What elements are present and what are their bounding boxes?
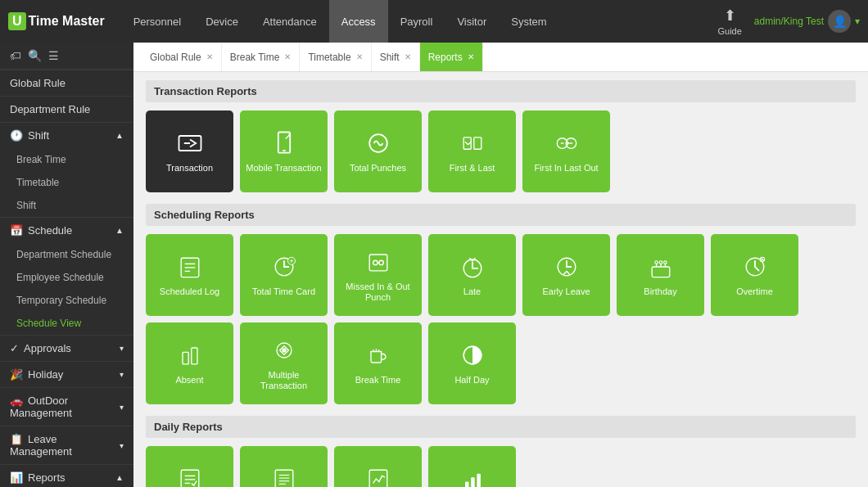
tab-reports[interactable]: Reports ✕ <box>420 43 483 71</box>
user-name: admin/King Test <box>754 16 824 27</box>
daily-details-icon <box>269 464 299 487</box>
tab-timetable-close[interactable]: ✕ <box>356 52 363 61</box>
svg-rect-34 <box>183 353 188 364</box>
svg-rect-52 <box>369 471 387 487</box>
card-absent[interactable]: Absent <box>146 322 233 404</box>
sidebar-section-outdoor[interactable]: 🚗OutDoor Management ▾ <box>0 387 133 426</box>
card-total-time-card-label: Total Time Card <box>252 286 315 297</box>
tab-break-time-close[interactable]: ✕ <box>284 52 291 61</box>
card-overtime[interactable]: Overtime <box>711 234 798 316</box>
card-first-last-label: First & Last <box>450 163 495 174</box>
search-icon[interactable]: 🔍 <box>28 49 42 62</box>
card-daily-summary[interactable]: Daily Summary <box>334 446 422 487</box>
nav-system[interactable]: System <box>499 0 558 43</box>
card-total-punches-label: Total Punches <box>350 163 406 174</box>
card-birthday[interactable]: Birthday <box>617 234 704 316</box>
main-layout: 🏷 🔍 ☰ Global Rule Department Rule 🕐Shift… <box>0 43 868 487</box>
sidebar-section-approvals[interactable]: ✓Approvals ▾ <box>0 335 133 361</box>
sidebar-section-shift[interactable]: 🕐Shift ▲ <box>0 122 133 148</box>
card-scheduled-log[interactable]: Scheduled Log <box>146 234 233 316</box>
multiple-transaction-icon <box>269 336 299 365</box>
missed-punch-icon <box>364 247 393 277</box>
logo[interactable]: U Time Master <box>8 12 105 30</box>
sidebar-item-timetable[interactable]: Timetable <box>0 171 133 194</box>
scheduled-log-icon <box>175 252 205 282</box>
tab-shift-close[interactable]: ✕ <box>405 52 411 61</box>
sidebar-item-shift[interactable]: Shift <box>0 194 133 217</box>
tag-icon[interactable]: 🏷 <box>10 49 21 62</box>
card-first-last[interactable]: First & Last <box>428 110 516 192</box>
card-multiple-transaction[interactable]: Multiple Transaction <box>240 322 328 404</box>
svg-rect-35 <box>191 348 197 364</box>
guide-button[interactable]: ⬆ Guide <box>717 7 741 36</box>
svg-rect-54 <box>471 478 475 487</box>
card-transaction[interactable]: Transaction <box>146 110 233 192</box>
sidebar-item-employee-schedule[interactable]: Employee Schedule <box>0 266 133 289</box>
svg-point-29 <box>654 261 658 264</box>
sidebar-item-department-schedule[interactable]: Department Schedule <box>0 243 133 266</box>
card-total-time-card[interactable]: Total Time Card <box>240 234 328 316</box>
sidebar-section-leave-label: 📋Leave Management <box>10 433 120 458</box>
absent-icon <box>175 340 205 370</box>
total-punches-icon <box>364 129 393 158</box>
sidebar-item-temporary-schedule[interactable]: Temporary Schedule <box>0 289 133 312</box>
first-last-icon <box>458 129 487 158</box>
logo-u: U <box>8 12 26 30</box>
total-time-card-icon <box>269 252 299 282</box>
tab-timetable[interactable]: Timetable ✕ <box>300 43 371 71</box>
card-total-punches[interactable]: Total Punches <box>334 110 422 192</box>
card-daily-status[interactable]: Daily Status <box>428 446 516 487</box>
list-icon[interactable]: ☰ <box>48 49 59 62</box>
sidebar-section-schedule[interactable]: 📅Schedule ▲ <box>0 217 133 243</box>
overtime-icon <box>740 252 770 282</box>
sidebar-section-reports-label: 📊Reports <box>10 471 66 484</box>
tab-shift[interactable]: Shift ✕ <box>372 43 420 71</box>
half-day-icon <box>458 340 487 370</box>
sidebar-toolbar: 🏷 🔍 ☰ <box>0 43 133 70</box>
reports-content: Transaction Reports Transaction <box>133 72 868 487</box>
chevron-down-icon: ▾ <box>855 16 860 27</box>
nav-visitor[interactable]: Visitor <box>445 0 499 43</box>
card-first-in-last-out[interactable]: First In Last Out <box>522 110 610 192</box>
sidebar-section-department-rule-label: Department Rule <box>10 103 90 115</box>
tab-break-time[interactable]: Break Time ✕ <box>222 43 301 71</box>
card-mobile-transaction[interactable]: Mobile Transaction <box>240 110 328 192</box>
card-absent-label: Absent <box>175 375 203 386</box>
card-early-leave[interactable]: Early Leave <box>522 234 610 316</box>
sidebar-item-break-time[interactable]: Break Time <box>0 148 133 171</box>
daily-summary-icon <box>364 464 393 487</box>
sidebar-section-outdoor-label: 🚗OutDoor Management <box>10 395 120 419</box>
nav-attendance[interactable]: Attendance <box>251 0 329 43</box>
section-header-scheduling: Scheduling Reports <box>146 204 856 226</box>
card-late[interactable]: Late <box>428 234 516 316</box>
sidebar-section-holiday[interactable]: 🎉Holiday ▾ <box>0 361 133 387</box>
sidebar-item-schedule-view[interactable]: Schedule View <box>0 312 133 335</box>
sidebar-section-reports[interactable]: 📊Reports ▲ <box>0 464 133 487</box>
card-half-day-label: Half Day <box>454 375 489 386</box>
sidebar-section-global-rule[interactable]: Global Rule <box>0 70 133 96</box>
svg-point-31 <box>663 261 667 264</box>
card-daily-details[interactable]: Daily Details <box>240 446 328 487</box>
card-half-day[interactable]: Half Day <box>428 322 516 404</box>
reports-chevron-icon: ▲ <box>115 473 124 482</box>
card-break-time[interactable]: Break Time <box>334 322 422 404</box>
tab-global-rule[interactable]: Global Rule ✕ <box>142 43 222 71</box>
nav-access[interactable]: Access <box>329 0 388 43</box>
nav-items: Personnel Device Attendance Access Payro… <box>121 0 718 43</box>
card-daily-attendance[interactable]: Daily Attendance <box>146 446 233 487</box>
card-late-label: Late <box>463 286 481 297</box>
sidebar-section-leave[interactable]: 📋Leave Management ▾ <box>0 426 133 464</box>
daily-attendance-icon <box>175 464 205 487</box>
nav-personnel[interactable]: Personnel <box>121 0 194 43</box>
daily-status-icon <box>458 464 487 487</box>
tab-reports-close[interactable]: ✕ <box>468 52 474 61</box>
card-missed-punch[interactable]: Missed In & Out Punch <box>334 234 422 316</box>
nav-payroll[interactable]: Payroll <box>388 0 445 43</box>
tab-timetable-label: Timetable <box>308 52 350 63</box>
late-icon <box>458 252 487 282</box>
nav-device[interactable]: Device <box>193 0 251 43</box>
tab-global-rule-close[interactable]: ✕ <box>206 52 213 61</box>
user-info[interactable]: admin/King Test 👤 ▾ <box>754 10 860 33</box>
sidebar-section-department-rule[interactable]: Department Rule <box>0 96 133 122</box>
card-transaction-label: Transaction <box>166 163 213 174</box>
